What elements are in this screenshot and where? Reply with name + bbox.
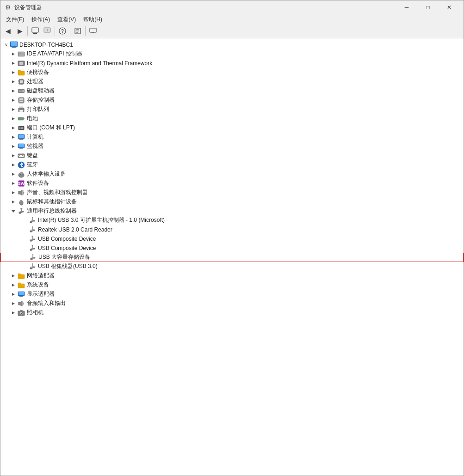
svg-rect-123 (20, 310, 23, 311)
computer-icon (17, 133, 25, 141)
expand-arrow (10, 300, 17, 307)
item-label: 网络适配器 (27, 272, 55, 280)
forward-button[interactable]: ▶ (14, 25, 25, 37)
svg-rect-21 (19, 54, 21, 54)
usb-device-icon (28, 216, 37, 225)
expand-arrow (10, 78, 17, 85)
svg-rect-67 (19, 140, 24, 140)
svg-point-53 (23, 109, 24, 110)
menu-view[interactable]: 查看(V) (54, 15, 80, 24)
item-label: 通用串行总线控制器 (27, 207, 77, 215)
tree-item[interactable]: 鼠标和其他指针设备 (0, 197, 464, 207)
device-manager-window: ⚙ 设备管理器 ─ □ ✕ 文件(F) 操作(A) 查看(V) 帮助(H) ◀ … (0, 0, 464, 476)
svg-rect-70 (19, 144, 24, 147)
tree-items: IDE ATA/ATAPI 控制器Intel(R) Dynamic Platfo… (0, 49, 464, 317)
tree-item[interactable]: USB Composite Device (0, 244, 464, 253)
title-bar-controls: ─ □ ✕ (396, 0, 460, 14)
svg-rect-10 (90, 28, 96, 32)
display-icon (17, 290, 25, 299)
tree-item[interactable]: 蓝牙 (0, 160, 464, 170)
tree-item[interactable]: 打印队列 (0, 105, 464, 114)
menu-help[interactable]: 帮助(H) (80, 15, 106, 24)
svg-rect-76 (20, 155, 21, 156)
svg-marker-111 (12, 275, 15, 277)
menu-action[interactable]: 操作(A) (28, 15, 54, 24)
svg-marker-117 (12, 302, 15, 305)
svg-marker-112 (12, 284, 15, 287)
maximize-button[interactable]: □ (417, 0, 439, 14)
item-label: 便携设备 (27, 68, 49, 76)
battery-icon (17, 115, 25, 123)
tree-item[interactable]: 显示适配器 (0, 290, 464, 299)
tree-item[interactable]: SW软件设备 (0, 179, 464, 188)
tree-item[interactable]: 磁盘驱动器 (0, 86, 464, 96)
computer-view-button[interactable] (30, 25, 41, 37)
item-label: 处理器 (27, 78, 43, 85)
tree-item[interactable]: 系统设备 (0, 281, 464, 290)
help-button[interactable]: ? (57, 25, 68, 37)
svg-rect-46 (19, 98, 24, 103)
back-button[interactable]: ◀ (2, 25, 13, 37)
menu-bar: 文件(F) 操作(A) 查看(V) 帮助(H) (0, 14, 464, 24)
item-label: 显示适配器 (27, 290, 55, 298)
svg-rect-65 (19, 135, 24, 138)
tree-item[interactable]: 存储控制器 (0, 96, 464, 105)
minimize-button[interactable]: ─ (396, 0, 417, 14)
svg-rect-72 (19, 149, 24, 149)
toolbar-separator-1 (27, 26, 28, 36)
svg-rect-103 (30, 240, 32, 241)
tree-item[interactable]: 键盘 (0, 151, 464, 160)
svg-marker-91 (19, 190, 22, 195)
device-tree-panel[interactable]: ∨ DESKTOP-TCH4BC1 IDE ATA/ATAPI 控制器Intel… (0, 38, 464, 476)
expand-arrow (10, 115, 17, 122)
disk-icon (17, 87, 25, 95)
expand-arrow (10, 291, 17, 298)
tree-item[interactable]: 通用串行总线控制器 (0, 207, 464, 216)
tree-item[interactable]: USB Composite Device (0, 234, 464, 244)
tree-item[interactable]: USB 大容量存储设备 (0, 253, 464, 262)
tree-item[interactable]: 处理器 (0, 77, 464, 86)
svg-rect-24 (19, 62, 23, 65)
cpu-icon (17, 78, 25, 86)
tree-item[interactable]: 便携设备 (0, 68, 464, 77)
properties-button[interactable] (72, 25, 83, 37)
up-button[interactable]: ↑ (42, 25, 53, 37)
svg-rect-48 (19, 101, 23, 102)
close-button[interactable]: ✕ (439, 0, 460, 14)
toolbar-separator-3 (70, 26, 70, 36)
tree-item[interactable]: Intel(R) USB 3.0 可扩展主机控制器 - 1.0 (Microso… (0, 216, 464, 225)
item-label: 人体学输入设备 (27, 170, 66, 178)
svg-marker-63 (12, 136, 15, 139)
tree-item[interactable]: 网络适配器 (0, 271, 464, 281)
svg-marker-73 (12, 154, 15, 157)
svg-point-60 (19, 127, 21, 128)
expand-arrow (21, 235, 28, 243)
item-label: 软件设备 (27, 179, 49, 187)
tree-item[interactable]: 人体学输入设备 (0, 170, 464, 179)
tree-item[interactable]: 端口 (COM 和 LPT) (0, 123, 464, 133)
item-label: 键盘 (27, 152, 38, 159)
svg-marker-25 (12, 71, 15, 74)
tree-item[interactable]: IDE ATA/ATAPI 控制器 (0, 49, 464, 59)
tree-item[interactable]: 计算机 (0, 133, 464, 142)
tree-item[interactable]: 电池 (0, 114, 464, 123)
expand-arrow (21, 217, 28, 224)
tree-item[interactable]: Realtek USB 2.0 Card Reader (0, 225, 464, 234)
tree-item[interactable]: 声音、视频和游戏控制器 (0, 188, 464, 197)
menu-file[interactable]: 文件(F) (2, 15, 28, 24)
expand-arrow (10, 152, 17, 159)
tree-item[interactable]: Intel(R) Dynamic Platform and Thermal Fr… (0, 59, 464, 68)
svg-rect-28 (20, 80, 23, 83)
network-icon (17, 272, 25, 280)
svg-point-62 (22, 127, 24, 128)
expand-arrow (10, 180, 17, 187)
svg-rect-44 (19, 91, 22, 92)
svg-rect-105 (30, 249, 32, 250)
tree-item[interactable]: USB 根集线器(USB 3.0) (0, 262, 464, 271)
tree-item[interactable]: 照相机 (0, 308, 464, 317)
tree-item[interactable]: 音频输入和输出 (0, 299, 464, 308)
tree-item[interactable]: 监视器 (0, 142, 464, 151)
tree-root[interactable]: ∨ DESKTOP-TCH4BC1 (0, 40, 464, 49)
expand-arrow (10, 50, 17, 58)
monitor-button[interactable] (87, 25, 99, 37)
